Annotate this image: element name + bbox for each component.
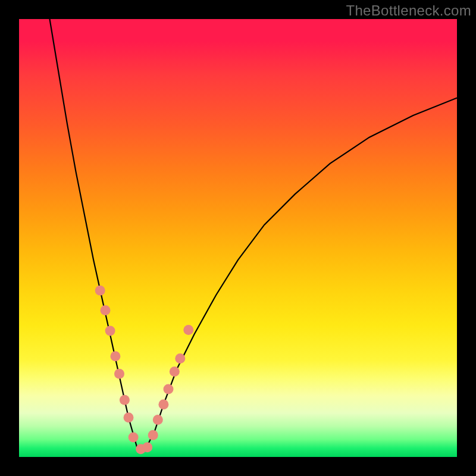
highlighted-dot [124,412,134,422]
bottleneck-curve [50,19,458,448]
highlighted-dot [120,395,130,405]
watermark-text: TheBottleneck.com [346,2,471,19]
highlighted-dot [175,353,185,364]
highlighted-dot [148,430,158,440]
highlighted-dot [95,286,105,296]
highlighted-dot [153,415,163,425]
highlighted-dot [114,369,124,379]
highlighted-dot [170,367,180,377]
highlighted-dot [164,384,174,394]
highlighted-dot [110,351,120,361]
highlighted-dot [142,442,152,452]
highlighted-dot [105,326,115,336]
highlighted-dot [158,399,168,409]
chart-frame: TheBottleneck.com [0,0,476,476]
highlighted-dot [101,305,111,315]
bottleneck-curve-svg [19,19,457,457]
chart-plot-area [19,19,457,457]
highlighted-dot [183,325,193,335]
highlighted-dot [129,432,139,442]
highlighted-dots-group [95,286,194,455]
